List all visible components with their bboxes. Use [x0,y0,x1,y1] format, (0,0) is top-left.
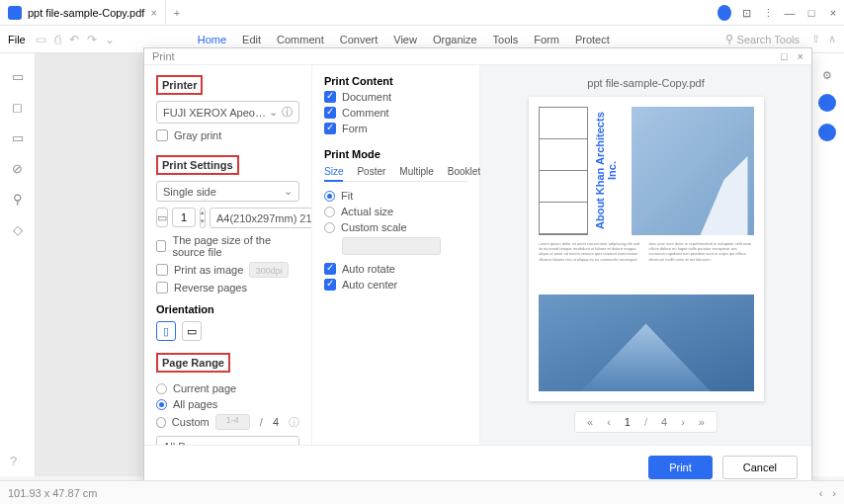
current-page-radio[interactable] [156,383,167,394]
reverse-pages-checkbox[interactable] [156,282,168,294]
print-as-image-checkbox[interactable] [156,264,168,276]
chevron-down-icon[interactable]: ⌄ [105,33,115,46]
source-page-size-checkbox[interactable] [156,240,166,252]
auto-rotate-checkbox[interactable] [324,263,336,275]
print-dialog: Print □ × Printer FUJI XEROX ApeosPort-V… [143,47,812,490]
menu-convert[interactable]: Convert [340,34,379,45]
ai-assist-icon[interactable] [818,94,836,112]
preview-filename: ppt file-sample-Copy.pdf [587,77,704,89]
share-icon[interactable]: ⇧ [811,33,820,45]
fit-radio[interactable] [324,191,335,202]
sides-select[interactable]: Single side⌄ [156,181,299,202]
copies-input[interactable] [172,208,196,227]
thumbnails-icon[interactable]: ▭ [12,69,24,84]
minimize-icon[interactable]: — [783,7,797,19]
chevron-down-icon: ⌄ [269,106,278,119]
pager-last-icon[interactable]: » [695,416,709,428]
help-icon[interactable]: ? [10,454,17,468]
menu-home[interactable]: Home [198,34,226,45]
copies-icon: ▭ [156,208,168,227]
menu-organize[interactable]: Organize [433,34,477,45]
landscape-button[interactable]: ▭ [182,321,202,341]
expand-icon[interactable]: ∧ [828,33,836,45]
document-checkbox[interactable] [324,91,336,103]
menu-edit[interactable]: Edit [242,34,261,45]
close-window-icon[interactable]: × [826,7,840,19]
app-icon [8,6,22,20]
preview-bottom-image [539,294,754,391]
preview-table [539,107,588,235]
tab-booklet[interactable]: Booklet [448,166,480,177]
dpi-input: 300dpi [249,262,289,278]
redo-icon[interactable]: ↷ [87,33,97,46]
main-menu: Home Edit Comment Convert View Organize … [198,34,610,45]
bookmarks-icon[interactable]: ◻ [12,100,23,115]
statusbar: 101.93 x 47.87 cm ‹ › [0,480,844,504]
maximize-icon[interactable]: □ [804,7,818,19]
paper-size-select[interactable]: A4(210x297mm) 21⌄ [210,208,312,228]
preview-body-text: Lorem ipsum dolor sit amet consectetur a… [539,241,754,289]
custom-range-radio[interactable] [156,417,166,428]
tab-multiple[interactable]: Multiple [399,166,433,177]
translate-icon[interactable] [818,124,836,141]
printer-select[interactable]: FUJI XEROX ApeosPort-VI C3370 ⌄ ⓘ [156,101,299,124]
print-settings-column: Printer FUJI XEROX ApeosPort-VI C3370 ⌄ … [144,65,312,445]
menu-tools[interactable]: Tools [493,34,519,45]
page-subset-select[interactable]: All Pages⌄ [156,436,299,445]
pager-prev-icon[interactable]: ‹ [603,416,615,428]
tab-title: ppt file-sample-Copy.pdf [28,7,144,19]
file-menu[interactable]: File [8,34,26,45]
menu-comment[interactable]: Comment [277,34,324,45]
print-mode-tabs: Size Poster Multiple Booklet [324,166,467,182]
add-tab-icon[interactable]: + [166,7,188,19]
print-content-label: Print Content [324,75,467,87]
auto-center-checkbox[interactable] [324,279,336,291]
menu-protect[interactable]: Protect [575,34,610,45]
undo-icon[interactable]: ↶ [69,33,79,46]
pager-first-icon[interactable]: « [583,416,597,428]
page-dimensions: 101.93 x 47.87 cm [8,487,98,499]
tab-poster[interactable]: Poster [357,166,385,177]
copies-spinner[interactable]: ▴▾ [200,208,206,228]
document-tab[interactable]: ppt file-sample-Copy.pdf × [0,0,166,26]
comment-checkbox[interactable] [324,107,336,119]
close-tab-icon[interactable]: × [150,7,156,19]
save-icon[interactable]: ▭ [36,33,46,46]
user-avatar[interactable] [717,5,731,21]
portrait-button[interactable]: ▯ [156,321,176,341]
attachment-icon[interactable]: ⊘ [12,161,23,176]
feedback-icon[interactable]: ⊡ [739,7,753,20]
custom-scale-radio[interactable] [324,222,335,233]
dialog-close-icon[interactable]: × [798,50,803,62]
tab-size[interactable]: Size [324,166,343,182]
layers-icon[interactable]: ▭ [12,130,24,145]
range-info-icon[interactable]: ⓘ [289,415,299,430]
dialog-maximize-icon[interactable]: □ [781,50,788,62]
menu-form[interactable]: Form [534,34,559,45]
pager-current: 1 [621,416,634,428]
search-panel-icon[interactable]: ⚲ [13,192,23,207]
dialog-title: Print [152,50,781,62]
print-icon[interactable]: ⎙ [54,33,61,46]
printer-info-icon[interactable]: ⓘ [282,105,293,120]
all-pages-radio[interactable] [156,399,167,410]
menu-dots-icon[interactable]: ⋮ [761,7,775,20]
cancel-button[interactable]: Cancel [722,456,798,479]
search-tools[interactable]: ⚲ Search Tools [725,33,800,45]
form-checkbox[interactable] [324,123,336,134]
preview-pager: « ‹ 1 / 4 › » [574,411,717,433]
scale-input [342,237,441,255]
pager-next-icon[interactable]: › [677,416,689,428]
gray-print-checkbox[interactable] [156,129,168,141]
print-button[interactable]: Print [648,456,713,479]
actual-size-radio[interactable] [324,207,335,217]
print-content-column: Print Content Document Comment Form Prin… [312,65,480,445]
menu-view[interactable]: View [393,34,417,45]
orientation-label: Orientation [156,303,299,315]
stamp-icon[interactable]: ◇ [13,222,23,237]
settings-icon[interactable]: ⚙ [822,69,832,82]
search-icon: ⚲ [725,33,733,45]
nav-next-icon[interactable]: › [832,487,836,499]
pager-total: 4 [657,416,671,428]
nav-prev-icon[interactable]: ‹ [819,487,823,499]
